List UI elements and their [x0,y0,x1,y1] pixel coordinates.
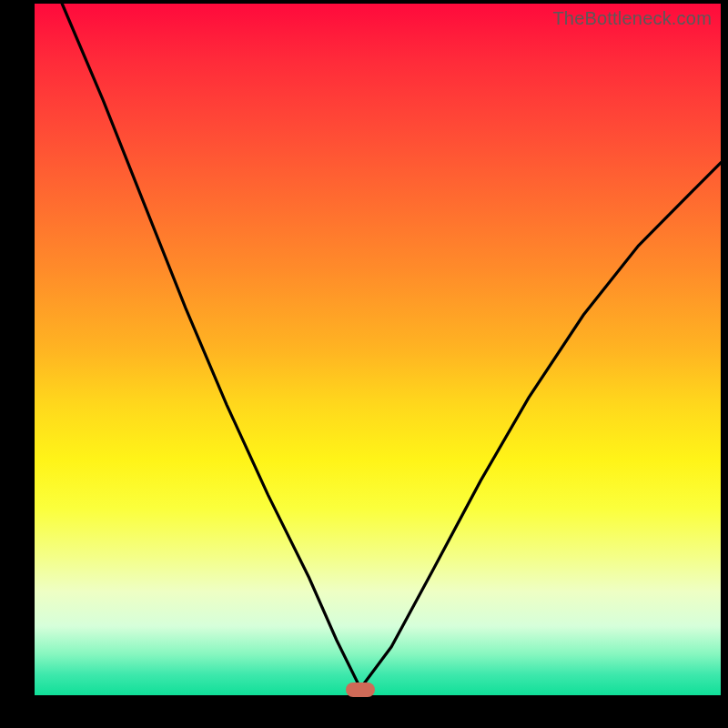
chart-frame: TheBottleneck.com [0,0,728,728]
bottleneck-curve [35,4,721,695]
minimum-marker [346,682,375,697]
curve-path [62,4,721,688]
plot-area: TheBottleneck.com [35,4,721,695]
